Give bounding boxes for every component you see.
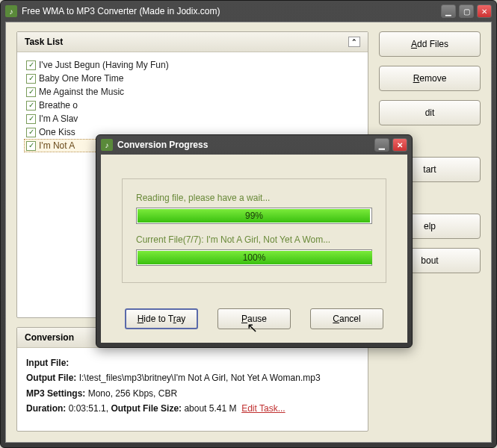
output-file-label: Output File: (26, 373, 76, 383)
edit-button[interactable]: dit (379, 100, 481, 125)
task-label: Breathe o (39, 100, 78, 111)
task-label: One Kiss (39, 127, 75, 137)
app-icon: ♪ (101, 139, 113, 151)
task-label: Me Against the Music (39, 87, 124, 97)
output-size-label: Output File Size: (111, 403, 182, 414)
cancel-button[interactable]: Cancel (310, 308, 383, 329)
task-row[interactable]: ✓Me Against the Music (26, 85, 359, 99)
task-row[interactable]: ✓I'm A Slav (26, 112, 359, 125)
task-list-header: Task List ⌃ (17, 32, 368, 52)
checkbox-icon[interactable]: ✓ (26, 141, 36, 151)
close-icon[interactable]: ✕ (477, 4, 492, 18)
current-progress-text: 100% (137, 250, 371, 265)
mp3-settings-value: Mono, 256 Kbps, CBR (88, 388, 177, 399)
checkbox-icon[interactable]: ✓ (26, 74, 36, 84)
current-file-label: Current File(7/7): I'm Not A Girl, Not Y… (136, 234, 372, 245)
checkbox-icon[interactable]: ✓ (26, 60, 36, 70)
duration-label: Duration: (26, 403, 66, 414)
task-label: I'm Not A (39, 140, 75, 151)
task-label: I'm A Slav (39, 113, 78, 124)
dialog-titlebar[interactable]: ♪ Conversion Progress ▁ ✕ (96, 135, 412, 155)
task-list-title: Task List (25, 37, 63, 47)
checkbox-icon[interactable]: ✓ (26, 128, 36, 137)
task-row[interactable]: ✓Baby One More Time (26, 72, 359, 85)
pause-button[interactable]: Pause (217, 308, 291, 329)
conversion-progress-dialog: ♪ Conversion Progress ▁ ✕ Reading file, … (96, 134, 413, 348)
hide-to-tray-button[interactable]: Hide to Tray (125, 308, 198, 329)
close-icon[interactable]: ✕ (392, 138, 407, 152)
task-row[interactable]: ✓Breathe o (26, 99, 359, 112)
task-label: I've Just Begun (Having My Fun) (39, 60, 169, 70)
main-titlebar[interactable]: ♪ Free WMA to MP3 Converter (Made in Jod… (1, 1, 496, 22)
current-progress-bar: 100% (136, 249, 372, 266)
progress-group: Reading file, please have a wait... 99% … (122, 178, 386, 283)
minimize-icon[interactable]: ▁ (441, 4, 456, 18)
duration-value: 0:03:51.1, (69, 403, 108, 414)
output-size-value: about 5.41 M (184, 403, 236, 414)
dialog-title: Conversion Progress (117, 140, 374, 150)
checkbox-icon[interactable]: ✓ (26, 101, 36, 111)
maximize-icon[interactable]: ▢ (459, 4, 474, 18)
task-row[interactable]: ✓I've Just Begun (Having My Fun) (26, 58, 359, 72)
options-title: Conversion (25, 332, 74, 343)
window-title: Free WMA to MP3 Converter (Made in Jodix… (22, 6, 441, 16)
mp3-settings-label: MP3 Settings: (26, 388, 85, 399)
checkbox-icon[interactable]: ✓ (26, 87, 36, 97)
task-label: Baby One More Time (39, 73, 123, 84)
reading-label: Reading file, please have a wait... (136, 193, 372, 203)
app-icon: ♪ (5, 5, 17, 17)
remove-button[interactable]: Remove (379, 66, 481, 91)
collapse-icon[interactable]: ⌃ (348, 37, 360, 47)
reading-progress-text: 99% (137, 208, 371, 223)
add-files-button[interactable]: Add Files (379, 31, 481, 57)
checkbox-icon[interactable]: ✓ (26, 114, 36, 124)
output-file-value: I:\test_files\mp3\britney\I'm Not A Girl… (79, 373, 321, 383)
edit-task-link[interactable]: Edit Task... (241, 403, 285, 414)
dialog-body: Reading file, please have a wait... 99% … (101, 155, 407, 343)
minimize-icon[interactable]: ▁ (374, 138, 389, 152)
options-body: Input File: Output File: I:\test_files\m… (17, 348, 368, 424)
reading-progress-bar: 99% (136, 208, 372, 224)
input-file-label: Input File: (26, 358, 69, 368)
